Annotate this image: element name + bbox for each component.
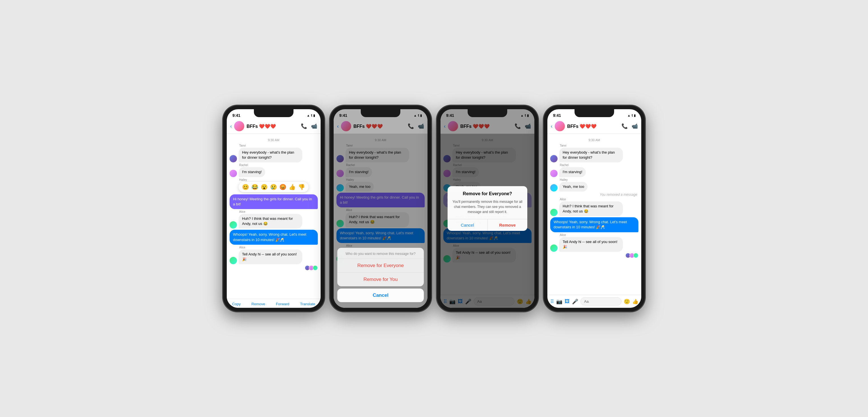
avatar-tanvi-1 [229,155,237,162]
group-name-4: BFFs ❤️❤️❤️ [567,124,621,129]
phone-1: 9:41 ▲ 𝗍 ▮ ‹ BFFs ❤️❤️❤️ 📞 📹 9:30 AM [223,105,324,312]
phone-2: 9:41 ▲ 𝗍 ▮ ‹ BFFs ❤️❤️❤️ 📞 📹 9:30 AM [330,105,431,312]
back-button-1[interactable]: ‹ [230,123,232,129]
emoji-thumbsdown[interactable]: 👎 [298,184,305,190]
bubble-tanvi-1: Hey everybody - what's the plan for dinn… [239,148,302,162]
avatar-rachel-1 [229,170,237,177]
bubble-alice-4: Huh? I think that was meant for Andy, no… [559,202,623,216]
bubble-rachel-4: I'm starving! [559,167,586,177]
action-sheet-overlay-2[interactable]: Who do you want to remove this message f… [334,109,428,308]
alert-overlay-3: Remove for Everyone? You'll permanently … [440,109,534,308]
msg-content-alice2-4: Alice Tell Andy hi -- see all of you soo… [559,233,623,252]
phone-frame-1: 9:41 ▲ 𝗍 ▮ ‹ BFFs ❤️❤️❤️ 📞 📹 9:30 AM [223,105,324,312]
input-bar-4: ⠿ 📷 🖼 🎤 Aa 🙂 👍 [547,295,641,308]
phone-icon-4[interactable]: 📞 [621,123,628,129]
notch-1 [254,109,293,117]
emoji-laugh[interactable]: 😂 [251,184,258,190]
alert-remove-btn-3[interactable]: Remove [488,219,528,231]
notch-4 [575,109,614,117]
phone-3: 9:41 ▲ 𝗍 ▮ ‹ BFFs ❤️❤️❤️ 📞 📹 9:30 AM [437,105,538,312]
thumb-icon-4[interactable]: 👍 [632,298,639,305]
avatar-alice2-1 [229,257,237,264]
cancel-btn-2[interactable]: Cancel [337,289,424,302]
avatar-group-4 [550,253,639,258]
msg-alice2-4: Alice Tell Andy hi -- see all of you soo… [550,233,639,252]
action-bar-1: Copy Remove Forward Translate [227,299,321,308]
sender-alice-1: Alice [239,210,302,213]
bubble-alice2-1: Tell Andy hi -- see all of you soon! 🎉 [239,249,302,264]
notch-3 [468,109,507,117]
seen-avatar-alice-4 [633,253,639,258]
sender-rachel-1: Rachel [239,163,265,167]
emoji-sad[interactable]: 😢 [270,184,277,190]
bubble-out-2-1: Whoops! Yeah, sorry. Wrong chat. Let's m… [229,230,318,244]
msg-alice-1: Alice Huh? I think that was meant for An… [229,210,318,229]
remove-for-you-btn[interactable]: Remove for You [337,273,424,286]
forward-button[interactable]: Forward [276,302,289,306]
sender-alice2-4: Alice [560,233,623,237]
avatar-hailey-4 [550,184,558,191]
phone-4: 9:41 ▲ 𝗍 ▮ ‹ BFFs ❤️❤️❤️ 📞 📹 9:30 AM [544,105,645,312]
signal-icon-4: ▲ [627,114,630,117]
msg-tanvi-1: Tanvi Hey everybody - what's the plan fo… [229,144,318,162]
camera-icon-4[interactable]: 📷 [556,298,562,305]
sender-tanvi-1: Tanvi [239,144,302,147]
video-icon-4[interactable]: 📹 [632,123,638,129]
remove-button[interactable]: Remove [251,302,265,306]
chat-area-4: 9:30 AM Tanvi Hey everybody - what's the… [547,134,641,295]
sender-alice2-1: Alice [239,246,302,249]
group-name-1: BFFs ❤️❤️❤️ [247,124,301,129]
header-actions-4: 📞 📹 [621,123,638,129]
wifi-icon-1: 𝗍 [311,114,312,117]
bubble-rachel-1: I'm starving! [239,167,265,177]
msg-out-2-1: Whoops! Yeah, sorry. Wrong chat. Let's m… [229,230,318,244]
timestamp-4: 9:30 AM [550,138,639,142]
video-icon-1[interactable]: 📹 [311,123,317,129]
emoji-angry[interactable]: 😡 [279,184,286,190]
action-sheet-2: Who do you want to remove this message f… [337,248,424,302]
avatar-alice-1 [229,221,237,229]
bubble-hailey-4: Yeah, me too [559,182,588,191]
bubble-alice-1: Huh? I think that was meant for Andy, no… [239,214,302,229]
emoji-wow[interactable]: 😮 [261,184,268,190]
phone-screen-2: 9:41 ▲ 𝗍 ▮ ‹ BFFs ❤️❤️❤️ 📞 📹 9:30 AM [334,109,428,308]
msg-content-rachel-1: Rachel I'm starving! [239,163,265,177]
phone-screen-4: 9:41 ▲ 𝗍 ▮ ‹ BFFs ❤️❤️❤️ 📞 📹 9:30 AM [547,109,641,308]
bubble-out-purple-1: Hi honey! Meeting the girls for dinner. … [229,195,318,209]
avatar-group-1 [229,265,318,270]
bubble-alice2-4: Tell Andy hi -- see all of you soon! 🎉 [559,237,623,252]
battery-icon-4: ▮ [634,114,636,117]
emoji-icon-4[interactable]: 🙂 [624,298,630,305]
remove-everyone-btn[interactable]: Remove for Everyone [337,259,424,273]
seen-avatar-alice [313,265,318,270]
emoji-thumbsup[interactable]: 👍 [289,184,296,190]
phone-icon-1[interactable]: 📞 [301,123,307,129]
msg-hailey-1: Hailey 😊 😂 😮 😢 😡 👍 👎 [239,178,318,193]
reaction-bar-1: 😊 😂 😮 😢 😡 👍 👎 [239,182,308,192]
sender-hailey-4: Hailey [560,178,588,181]
msg-content-hailey-4: Hailey Yeah, me too [559,178,588,191]
msg-rachel-1: Rachel I'm starving! [229,163,318,177]
chat-area-1: 9:30 AM Tanvi Hey everybody - what's the… [227,134,321,299]
status-time-1: 9:41 [232,113,240,118]
msg-rachel-4: Rachel I'm starving! [550,163,639,177]
chat-header-1: ‹ BFFs ❤️❤️❤️ 📞 📹 [227,119,321,134]
msg-alice-4: Alice Huh? I think that was meant for An… [550,198,639,216]
emoji-smile[interactable]: 😊 [242,184,249,190]
sender-tanvi-4: Tanvi [560,144,623,147]
grid-icon-4[interactable]: ⠿ [550,298,554,305]
status-time-4: 9:41 [553,113,561,118]
alert-cancel-btn-3[interactable]: Cancel [447,219,488,231]
translate-button[interactable]: Translate [300,302,315,306]
msg-content-alice-1: Alice Huh? I think that was meant for An… [239,210,302,229]
notch-2 [361,109,400,117]
copy-button[interactable]: Copy [232,302,241,306]
msg-content-alice-4: Alice Huh? I think that was meant for An… [559,198,623,216]
alert-title-3: Remove for Everyone? [447,186,527,198]
msg-content-tanvi-4: Tanvi Hey everybody - what's the plan fo… [559,144,623,162]
message-input-4[interactable]: Aa [581,297,621,305]
image-icon-4[interactable]: 🖼 [565,298,570,304]
sender-alice-4: Alice [560,198,623,201]
mic-icon-4[interactable]: 🎤 [572,298,578,305]
back-button-4[interactable]: ‹ [551,123,553,129]
